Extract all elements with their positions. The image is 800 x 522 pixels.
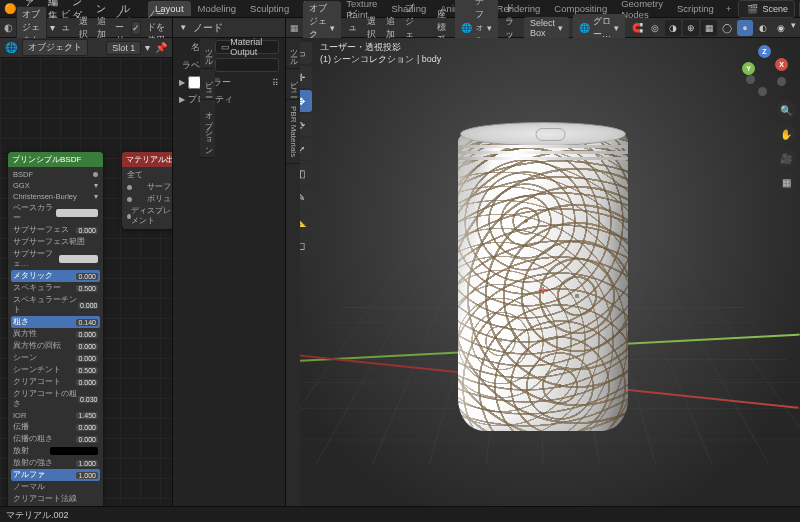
vp-select[interactable]: 選択 <box>364 15 379 41</box>
pin-icon[interactable]: 📌 <box>154 41 168 55</box>
gizmo-x[interactable]: X <box>775 58 788 71</box>
mid-tab-view[interactable]: ビュー <box>200 69 215 100</box>
shading-wire-icon[interactable]: ◯ <box>719 20 735 36</box>
prop-name-field[interactable]: ▭ Material Output <box>215 40 279 54</box>
material-name: マテリアル.002 <box>6 510 69 520</box>
editor-type-icon[interactable]: ▦ <box>290 21 299 35</box>
object-can[interactable]: ✛ <box>458 131 628 431</box>
ws-modeling[interactable]: Modeling <box>191 1 244 16</box>
shading-matprev-icon[interactable]: ◐ <box>755 20 771 36</box>
node-title: プリンシプルBSDF <box>8 152 103 167</box>
node-editor: ◐ オブジェクト ▾ ビュー 選択 追加 ノード ✓ ノードを使用 🌐 オブジェ… <box>0 18 173 506</box>
header-right: 🎬 Scene 🖼 <box>738 0 800 18</box>
can-ridge <box>458 151 628 154</box>
color-section[interactable]: ▶ カラー ⠿ <box>173 74 285 91</box>
props-section[interactable]: ▶ プロパティ <box>173 91 285 108</box>
ws-add[interactable]: + <box>721 1 737 16</box>
gizmo-neg[interactable] <box>746 75 755 84</box>
node-title: マテリアル出力 <box>122 152 172 167</box>
gizmo-z[interactable]: Z <box>758 45 771 58</box>
scene-select[interactable]: 🎬 Scene <box>738 0 795 18</box>
snap-icon[interactable]: 🧲 <box>629 20 645 36</box>
ws-script[interactable]: Scripting <box>670 1 721 16</box>
sidepanel-header: ▼ ノード <box>173 18 285 38</box>
node-subheader: 🌐 オブジェクト Slot 1 ▾ 📌 <box>0 38 172 58</box>
zoom-icon[interactable]: 🔍 <box>776 100 796 120</box>
scene-icon: 🎬 <box>745 2 759 16</box>
can-body: ✛ <box>458 131 628 431</box>
color-swatch[interactable] <box>56 209 99 217</box>
status-bar: マテリアル.002 <box>0 506 800 522</box>
disclosure-icon[interactable]: ▼ <box>179 23 187 32</box>
vp-tab-view[interactable]: ビュー <box>286 69 300 100</box>
main-area: ◐ オブジェクト ▾ ビュー 選択 追加 ノード ✓ ノードを使用 🌐 オブジェ… <box>0 18 800 506</box>
viewport-area: ▦ オブジェクト…▾ ビュー 選択 追加 オブジェクト 座標系: 🌐デフォルト▾… <box>286 18 800 506</box>
shading-rendered-icon[interactable]: ◉ <box>773 20 789 36</box>
cursor-3d-icon: ✛ <box>539 285 547 296</box>
mid-vertical-tabs: ツール ビュー オプション <box>200 38 215 158</box>
nav-buttons: 🔍 ✋ 🎥 ▦ <box>776 100 796 192</box>
can-ridge <box>458 145 628 148</box>
proportional-icon[interactable]: ◎ <box>647 20 663 36</box>
prop-label-field[interactable] <box>215 58 279 72</box>
use-nodes-check[interactable]: ✓ <box>131 21 141 35</box>
shading-solid-icon[interactable]: ● <box>737 20 753 36</box>
shader-mode[interactable]: オブジェクト <box>22 39 88 56</box>
pan-icon[interactable]: ✋ <box>776 124 796 144</box>
viewport-3d[interactable]: ユーザー・透視投影 (1) シーンコレクション | body ▭ ✛ ✥ ⟳ ⤢… <box>286 38 800 506</box>
vp-add[interactable]: 追加 <box>383 15 398 41</box>
mid-tab-tool[interactable]: ツール <box>200 38 215 69</box>
input-socket[interactable] <box>127 185 132 190</box>
viewport-npanel-tabs: ツール ビュー PBR Materials <box>286 38 300 506</box>
color-swatch[interactable] <box>50 447 98 455</box>
node-sidepanel: ▼ ノード 名前: ▭ Material Output ラベル: ▶ カラー ⠿… <box>173 18 286 506</box>
gizmo-neg[interactable] <box>758 87 767 96</box>
node-header: ◐ オブジェクト ▾ ビュー 選択 追加 ノード ✓ ノードを使用 <box>0 18 172 38</box>
chevron-down-icon: ▾ <box>50 22 55 33</box>
input-socket[interactable] <box>127 197 132 202</box>
slot-drop[interactable]: Slot 1 <box>106 41 141 55</box>
chevron-down-icon: ▾ <box>145 42 150 53</box>
vp-tab-pbr[interactable]: PBR Materials <box>286 100 300 164</box>
node-material-output[interactable]: マテリアル出力 全て▾ サーフェス ボリューム ディスプレイスメント <box>122 152 172 229</box>
camera-icon[interactable]: 🎥 <box>776 148 796 168</box>
vp-tab-tool[interactable]: ツール <box>286 38 300 69</box>
gizmo-toggle[interactable]: ⊕ <box>683 20 699 36</box>
perspective-icon[interactable]: ▦ <box>776 172 796 192</box>
hdr-add[interactable]: 追加 <box>94 15 109 41</box>
color-swatch[interactable] <box>59 255 98 263</box>
gizmo-y[interactable]: Y <box>742 62 755 75</box>
drag-select[interactable]: Select Box▾ <box>524 17 569 39</box>
sidepanel-title: ノード <box>193 21 223 35</box>
blender-icon: 🟠 <box>4 2 16 16</box>
viewport-overlay-text: ユーザー・透視投影 (1) シーンコレクション | body <box>320 42 441 65</box>
overlay-toggle[interactable]: ◑ <box>665 20 681 36</box>
can-ridge <box>458 157 628 160</box>
node-canvas[interactable]: プリンシプルBSDF BSDF GGX▾ Christensen-Burley▾… <box>0 58 172 506</box>
shader-type-icon[interactable]: 🌐 <box>4 41 18 55</box>
editor-type-icon[interactable]: ◐ <box>4 21 13 35</box>
header-right-icons: 🧲 ◎ ◑ ⊕ ▦ ◯ ● ◐ ◉ ▾ <box>629 20 796 36</box>
node-principled-bsdf[interactable]: プリンシプルBSDF BSDF GGX▾ Christensen-Burley▾… <box>8 152 103 506</box>
ws-sculpting[interactable]: Sculpting <box>243 1 296 16</box>
viewport-header: ▦ オブジェクト…▾ ビュー 選択 追加 オブジェクト 座標系: 🌐デフォルト▾… <box>286 18 800 38</box>
nav-gizmo[interactable]: X Y Z <box>742 48 788 94</box>
output-socket[interactable] <box>93 172 98 177</box>
mid-tab-option[interactable]: オプション <box>200 100 215 158</box>
xray-toggle[interactable]: ▦ <box>701 20 717 36</box>
node-icon: ▭ <box>220 40 230 54</box>
can-pulltab <box>535 128 565 141</box>
chevron-down-icon[interactable]: ▾ <box>791 20 796 36</box>
gizmo-neg[interactable] <box>777 77 786 86</box>
scene-name: Scene <box>762 4 788 14</box>
hdr-select[interactable]: 選択 <box>76 15 91 41</box>
